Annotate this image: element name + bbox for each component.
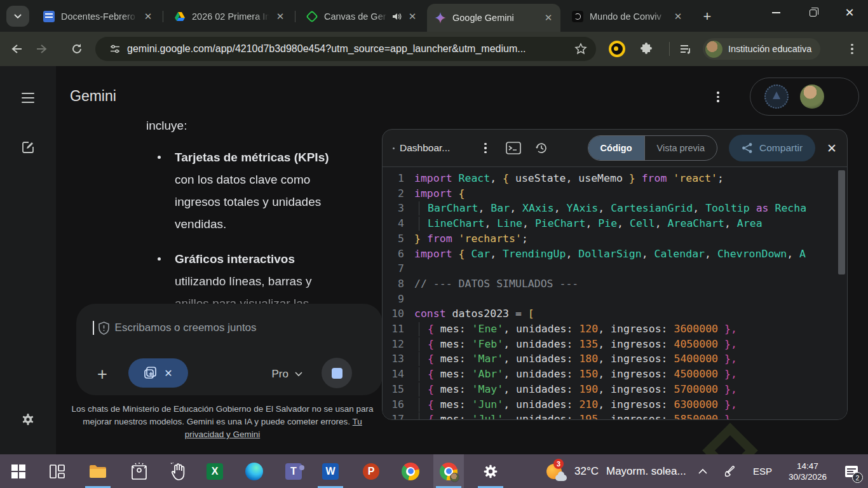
forward-button[interactable] (32, 38, 53, 60)
tab-close-icon[interactable]: ✕ (543, 12, 554, 24)
powerpoint-icon: P (363, 463, 379, 480)
url-bar[interactable]: gemini.google.com/app/4210d7b3d980e454?u… (95, 37, 596, 61)
code-editor[interactable]: 1import React, { useState, useMemo } fro… (383, 166, 847, 419)
pen-icon (723, 464, 737, 478)
user-avatar (800, 85, 824, 109)
system-tray: ESP 14:47 30/3/2026 2 (690, 454, 868, 488)
back-button[interactable] (5, 38, 27, 60)
browser-menu-kebab-icon[interactable] (844, 41, 860, 57)
tab-codigo[interactable]: Código (588, 136, 644, 160)
tab-audio-icon[interactable] (391, 11, 402, 22)
canvas-chip-close-icon[interactable]: ✕ (164, 367, 172, 379)
folder-icon (89, 464, 107, 479)
code-line: 15{ mes: 'May', unidades: 190, ingresos:… (383, 382, 847, 397)
weather-widget[interactable]: 3 32°C Mayorm. solea... (545, 454, 686, 488)
code-line: 2import { (383, 186, 847, 201)
window-close-button[interactable]: ✕ (831, 0, 868, 25)
code-line: 11{ mes: 'Ene', unidades: 120, ingresos:… (383, 322, 847, 337)
new-chat-pencil-icon (20, 140, 36, 155)
code-line: 17{ mes: 'Jul', unidades: 195, ingresos:… (383, 412, 847, 419)
adblock-extension-icon[interactable] (609, 41, 625, 57)
tab-close-icon[interactable]: ✕ (142, 11, 154, 22)
excel-button[interactable]: X (200, 454, 230, 488)
stop-generating-button[interactable] (322, 358, 352, 388)
tab-title: Mundo de Conviv (590, 11, 667, 22)
reload-button[interactable] (66, 38, 88, 60)
window-minimize-button[interactable] (757, 0, 794, 25)
code-line: 16{ mes: 'Jun', unidades: 210, ingresos:… (383, 397, 847, 412)
menu-hamburger-button[interactable] (17, 86, 39, 109)
panel-menu-kebab-icon[interactable] (475, 137, 496, 159)
site-info-icon[interactable] (109, 43, 121, 55)
tray-expand-button[interactable] (690, 454, 715, 488)
version-history-icon[interactable] (531, 137, 552, 159)
powerpoint-button[interactable]: P (356, 454, 386, 488)
tab-search-button[interactable] (6, 6, 29, 27)
tab-mundo-de-convivencia[interactable]: Mundo de Conviv ✕ (564, 5, 690, 28)
task-view-button[interactable] (42, 454, 72, 488)
prompt-input-box[interactable]: Escribamos o creemos juntos + ✕ Pro (76, 304, 383, 395)
language-indicator[interactable]: ESP (745, 454, 780, 488)
code-lines: 1import React, { useState, useMemo } fro… (383, 171, 847, 419)
canvas-document-title[interactable]: Dashboar... (400, 142, 468, 154)
new-chat-button[interactable] (17, 136, 39, 159)
bullet-dot (158, 156, 161, 159)
tab-title: Google Gemini (452, 13, 538, 23)
panel-close-icon[interactable]: ✕ (827, 141, 837, 156)
gear-icon (482, 463, 499, 480)
date: 30/3/2026 (789, 471, 827, 482)
whiteboard-app-button[interactable] (163, 454, 194, 488)
chrome-active-button[interactable] (433, 454, 464, 488)
window-restore-button[interactable] (794, 0, 831, 25)
file-explorer-button[interactable] (83, 454, 113, 488)
code-scrollbar-thumb[interactable] (838, 170, 845, 274)
word-button[interactable]: W (315, 454, 346, 488)
weather-sun-icon: 3 (545, 461, 567, 482)
clock[interactable]: 14:47 30/3/2026 (780, 454, 835, 488)
canvas-app-icon (306, 11, 318, 22)
start-button[interactable] (3, 454, 34, 488)
teams-button[interactable]: T (278, 454, 309, 488)
tab-close-icon[interactable]: ✕ (672, 11, 684, 22)
tab-close-icon[interactable]: ✕ (275, 11, 286, 22)
share-button[interactable]: Compartir (729, 135, 815, 161)
prompt-placeholder: Escribamos o creemos juntos (115, 322, 257, 334)
code-line: 9 (383, 292, 847, 307)
add-attachment-button[interactable]: + (92, 363, 113, 385)
new-tab-button[interactable]: + (698, 7, 717, 26)
tab-drive-file[interactable]: 2026 02 Primera In ✕ (166, 5, 292, 28)
tab-canvas[interactable]: Canvas de Ger ✕ (299, 5, 424, 28)
action-center-button[interactable]: 2 (835, 454, 868, 488)
console-icon[interactable] (503, 137, 524, 159)
tab-vista-previa[interactable]: Vista previa (644, 136, 717, 160)
forward-arrow-icon (36, 43, 49, 55)
pen-tray-button[interactable] (715, 454, 745, 488)
gemini-menu-kebab-icon[interactable] (717, 92, 719, 102)
time: 14:47 (797, 461, 818, 471)
tab-docentes-febrero[interactable]: Docentes-Febrero ✕ (36, 5, 160, 28)
account-chip[interactable] (750, 78, 859, 116)
chrome-icon (440, 463, 458, 480)
code-line: 1import React, { useState, useMemo } fro… (383, 171, 847, 186)
browser-toolbar: gemini.google.com/app/4210d7b3d980e454?u… (0, 32, 868, 66)
tab-close-icon[interactable]: ✕ (407, 11, 418, 22)
extensions-puzzle-icon[interactable] (638, 41, 654, 57)
canvas-panel-header: Dashboar... Código Vista previa Comparti… (383, 130, 847, 166)
sandbox-app-button[interactable] (124, 454, 154, 488)
model-selector[interactable]: Pro (272, 368, 302, 381)
settings-app-button[interactable] (475, 454, 506, 488)
media-queue-icon[interactable] (677, 41, 694, 57)
bookmark-star-icon[interactable] (574, 43, 587, 55)
browser-profile-chip[interactable]: Institución educativa (703, 38, 820, 60)
code-line: 10const datos2023 = [ (383, 306, 847, 322)
tab-google-gemini[interactable]: Google Gemini ✕ (427, 4, 560, 32)
bullet-text: Tarjetas de métricas (KPIs) con los dato… (175, 146, 337, 235)
settings-button[interactable] (17, 408, 39, 431)
chevron-down-icon (14, 14, 22, 19)
chrome-button[interactable] (395, 454, 426, 488)
edge-button[interactable] (239, 454, 269, 488)
gemini-wordmark: Gemini (70, 88, 116, 105)
chat-response: incluye: Tarjetas de métricas (KPIs) con… (146, 114, 337, 327)
canvas-mode-chip[interactable]: ✕ (128, 358, 188, 388)
restore-icon (810, 10, 817, 17)
